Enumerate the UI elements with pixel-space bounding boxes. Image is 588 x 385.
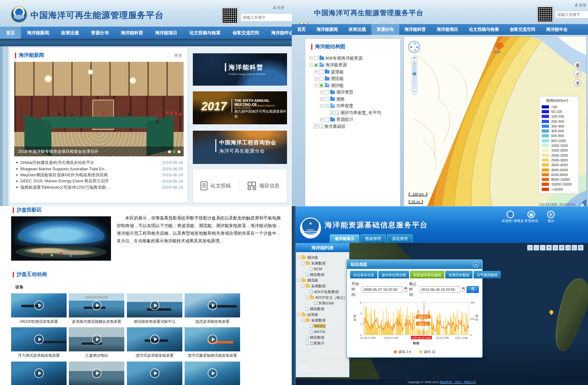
tree-node-W0301[interactable]: W0301 — [297, 323, 348, 329]
play-icon[interactable] — [34, 301, 44, 310]
tree-node-波浪能[interactable]: −波浪能 — [297, 312, 348, 317]
pan-icon[interactable]: ✛ — [546, 245, 552, 251]
play-icon[interactable] — [34, 335, 44, 344]
carousel-dot-1[interactable] — [168, 150, 171, 153]
play-icon[interactable] — [150, 335, 160, 344]
nav-item-海洋能科普[interactable]: 海洋能科普 — [115, 27, 149, 39]
expander-icon[interactable]: + — [315, 70, 318, 74]
news-more-link[interactable]: 更多 — [174, 53, 182, 58]
app-tab-系统管理[interactable]: 系统管理 — [387, 234, 413, 243]
dialog-tab-波向变化雷达图[interactable]: 波向变化雷达图 — [378, 271, 409, 278]
expander-icon[interactable]: + — [315, 77, 318, 81]
back-icon[interactable]: ◁ — [565, 245, 571, 251]
expander-icon[interactable]: − — [297, 279, 300, 282]
news-item[interactable]: Orbital开始建造新的浮式潮流水轮机平台2019-06-26 — [15, 160, 183, 166]
checkbox-unchecked[interactable] — [314, 56, 318, 60]
expander-icon[interactable]: − — [320, 104, 323, 108]
glossary-button[interactable]: ▣ 常用术语 — [523, 211, 540, 223]
video-thumb-潮流能发电装置试验平台[interactable] — [127, 293, 182, 317]
app-tab-海洋能展示[interactable]: 海洋能展示 — [330, 234, 359, 243]
login-link[interactable]: 登录 — [575, 3, 586, 8]
expander-icon[interactable]: − — [315, 84, 318, 87]
nav-item-政策法规[interactable]: 政策法规 — [343, 24, 371, 35]
play-icon[interactable] — [208, 301, 217, 310]
search-input[interactable] — [240, 13, 294, 22]
checkbox-checked[interactable] — [325, 104, 329, 108]
tree-node-资源统计[interactable]: +资源统计 — [309, 116, 381, 123]
calendar-icon[interactable] — [404, 287, 407, 292]
station-pin[interactable] — [548, 309, 554, 315]
query-button[interactable]: 查询 — [467, 286, 479, 293]
video-thumb-浮力摆式波浪能发电装置[interactable] — [11, 327, 67, 351]
checkbox-unchecked[interactable] — [319, 77, 323, 81]
tree-node-海洋能资源[interactable]: −海洋能资源 — [309, 62, 381, 69]
tree-node-模拟数据[interactable]: 模拟数据 — [297, 306, 348, 312]
device-tab[interactable]: 设备 — [15, 284, 23, 290]
expander-icon[interactable]: − — [309, 63, 313, 67]
video-thumb-漂浮式波浪能发电装置[interactable] — [127, 327, 182, 351]
tree-node-波浪能[interactable]: +波浪能 — [309, 69, 381, 75]
clear-icon[interactable]: ✕ — [559, 245, 565, 251]
dialog-tab-天气预报数据[interactable]: 天气预报数据 — [474, 271, 501, 278]
tree-node-东海GSM[interactable]: 东海GSM — [297, 300, 348, 306]
nav-item-海洋能新闻[interactable]: 海洋能新闻 — [21, 27, 55, 39]
tree-node-潮差[interactable]: +潮差 — [309, 96, 381, 103]
forward-icon[interactable]: ▷ — [572, 245, 577, 251]
tree-node-ADCP定点（锚点）数据[interactable]: −ADCP定点（锚点）数据 — [297, 295, 348, 300]
play-icon[interactable] — [150, 369, 160, 378]
video-thumb-partial[interactable] — [185, 362, 240, 385]
tree-node-ADCP走航数据[interactable]: ADCP走航数据 — [297, 289, 348, 295]
checkbox-unchecked[interactable] — [325, 97, 329, 101]
video-thumb-AR100型潮流发电装置[interactable] — [11, 293, 67, 317]
play-icon[interactable] — [92, 301, 101, 310]
checkbox-checked[interactable] — [314, 124, 318, 128]
tree-node-海洋基础层[interactable]: 海洋基础层 — [309, 123, 381, 130]
pan-east-icon[interactable]: ▶ — [416, 46, 419, 49]
nav-item-海洋能新闻[interactable]: 海洋能新闻 — [311, 24, 343, 35]
paper-submit-button[interactable]: 论文投稿 — [200, 181, 231, 190]
clear-tool-button[interactable] — [574, 79, 581, 87]
nav-item-海洋能项目[interactable]: 海洋能项目 — [149, 27, 183, 39]
zoom-out-icon[interactable]: − — [540, 245, 546, 251]
expander-icon[interactable]: − — [305, 296, 309, 299]
tree-node-功率密度[interactable]: −功率密度 — [309, 103, 381, 110]
play-icon[interactable] — [92, 369, 101, 378]
video-thumb-partial[interactable] — [69, 362, 124, 385]
checkbox-unchecked[interactable] — [325, 90, 329, 95]
zoom-out-button[interactable]: − — [412, 89, 417, 95]
tree-node-W0701[interactable]: W0701 — [297, 329, 348, 335]
zoom-handle[interactable] — [413, 73, 416, 75]
search-input[interactable] — [555, 11, 588, 18]
nav-item-论文投稿与检索[interactable]: 论文投稿与检索 — [183, 27, 226, 39]
nav-item-海洋能项目[interactable]: 海洋能项目 — [431, 24, 464, 35]
video-thumb-波浪能与潮流能耦合发电装置[interactable]: 波浪耦合发电装置 — [69, 293, 124, 317]
play-icon[interactable] — [208, 335, 217, 344]
welcome-user[interactable]: 👤 欢迎您! 管理员 — [502, 211, 519, 223]
tree-node-潮汐能[interactable]: −潮汐能 — [297, 255, 348, 260]
banner-association[interactable]: 中国海洋工程咨询协会 海洋可再生能源分会 — [193, 131, 287, 164]
nav-item-创客交流空间[interactable]: 创客交流空间 — [226, 27, 265, 39]
expander-icon[interactable]: + — [309, 56, 313, 60]
tree-node-模拟数据[interactable]: 模拟数据 — [297, 272, 348, 277]
checkbox-filled[interactable] — [319, 83, 323, 88]
carousel-dot-3[interactable] — [178, 150, 180, 153]
tree-node-908专项海洋能资源[interactable]: +908专项海洋能资源 — [309, 55, 381, 62]
news-item[interactable]: MeyGen潮流能项目选择GE作为电器系统供应商2019-06-19 — [15, 172, 183, 178]
nav-item-首页[interactable]: 首页 — [0, 27, 21, 39]
nav-item-创客交流空间[interactable]: 创客交流空间 — [504, 24, 541, 35]
video-thumb-江厦潮汐电站[interactable] — [69, 327, 124, 351]
start-time-input[interactable] — [362, 286, 402, 293]
checkbox-filled[interactable] — [314, 63, 318, 67]
video-thumb-漂浮式垂直轴潮流能发电装置[interactable] — [185, 327, 240, 351]
news-item[interactable]: OEEC 2019: Marine Energy Event 将在荷兰召开201… — [15, 178, 183, 185]
tree-node-实测数据[interactable]: −实测数据 — [297, 317, 348, 323]
expander-icon[interactable]: − — [301, 319, 304, 322]
checkbox-unchecked[interactable] — [319, 70, 323, 74]
tree-node-三维展示[interactable]: 三维展示 — [297, 340, 348, 346]
video-thumb-筏式波浪能发电装置[interactable] — [185, 293, 240, 317]
nav-item-海洋能年会[interactable]: 海洋能年会 — [541, 24, 573, 35]
calendar-icon[interactable] — [462, 287, 465, 292]
expander-icon[interactable]: + — [320, 118, 323, 121]
expander-icon[interactable]: − — [297, 313, 300, 316]
tree-node-潮流能[interactable]: +潮流能 — [309, 75, 381, 82]
